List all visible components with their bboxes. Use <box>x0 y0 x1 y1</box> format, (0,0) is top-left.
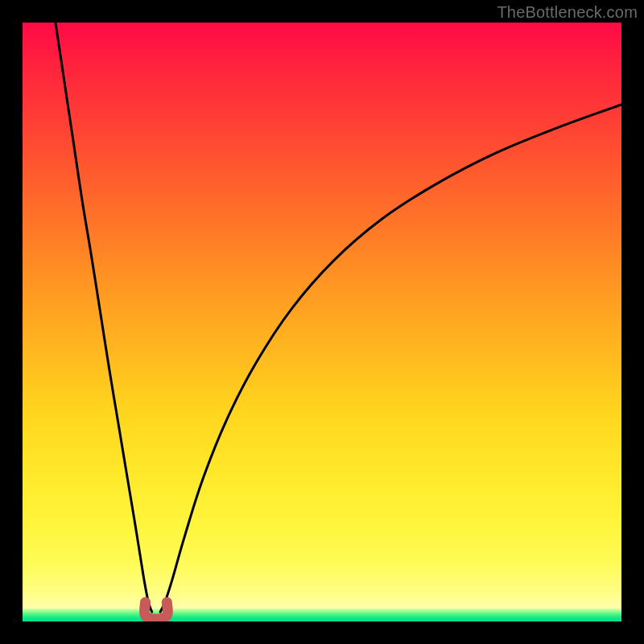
curve-left <box>56 23 152 612</box>
watermark-text: TheBottleneck.com <box>497 3 638 22</box>
curves-svg <box>23 23 621 621</box>
marker-u <box>144 602 167 619</box>
chart-frame: TheBottleneck.com <box>0 0 644 644</box>
plot-area <box>23 23 621 621</box>
curve-right <box>160 105 621 612</box>
